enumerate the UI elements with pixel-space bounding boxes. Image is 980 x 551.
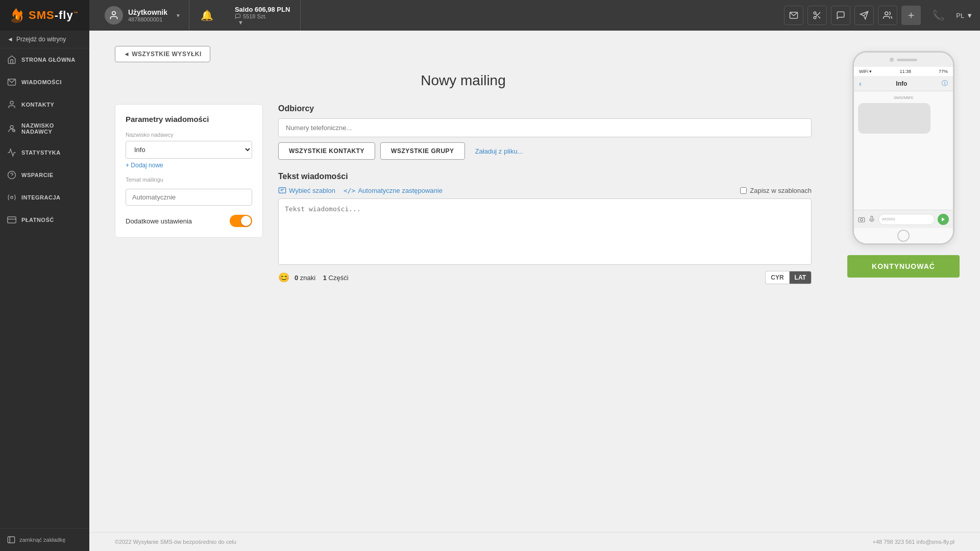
char-count: 0 znaki 1 Częśći — [295, 274, 349, 282]
sidebar-back-label: Przejdź do witryny — [16, 36, 66, 43]
phone-home-bar — [854, 228, 953, 243]
right-panel: Odbiorcy WSZYSTKIE KONTAKTY WSZYSTKIE GR… — [278, 104, 812, 284]
sidebar-item-label: STATYSTYKA — [21, 149, 61, 156]
balance-amount: Saldo 606,98 PLN — [235, 6, 290, 13]
footer-copyright: ©2022 Wysyłanie SMS-ów bezpośrednio do c… — [115, 539, 236, 545]
svg-line-17 — [818, 16, 820, 18]
preview-column: WiFi ▾ 11:38 77% ‹ Info ⓘ SMS/MMS — [837, 31, 980, 532]
topbar-actions: 📞 PL ▼ — [784, 6, 973, 25]
contacts-icon — [7, 100, 16, 109]
sidebar-close-tab[interactable]: zamknąć zakładkę — [0, 528, 89, 551]
arrow-left-icon: ◄ — [7, 36, 13, 43]
phone-send-btn — [938, 214, 949, 225]
sidebar-item-stats[interactable]: STATYSTYKA — [0, 141, 89, 164]
phone-contact-name: Info — [896, 80, 907, 87]
group-icon-btn[interactable] — [878, 6, 897, 25]
all-sends-button[interactable]: ◄ WSZYSTKIE WYSYŁKI — [115, 46, 210, 62]
params-title: Parametry wiadomości — [126, 115, 252, 123]
recipients-btn-row: WSZYSTKIE KONTAKTY WSZYSTKIE GRUPY Załad… — [278, 142, 812, 160]
payment-icon — [7, 215, 16, 224]
imsms-label: iMSMS — [882, 217, 895, 221]
svg-point-28 — [861, 218, 863, 221]
message-title: Tekst wiadomości — [278, 172, 812, 181]
subject-label: Temat mailingu — [126, 177, 252, 183]
scissors-icon-btn[interactable] — [807, 6, 827, 25]
subject-input[interactable] — [126, 189, 252, 206]
stats-icon — [7, 148, 16, 157]
load-file-link[interactable]: Załaduj z pliku... — [475, 147, 523, 155]
send-icon-btn[interactable] — [854, 6, 874, 25]
sidebar-item-label: PŁATNOŚĆ — [21, 217, 54, 223]
cyr-lat-switcher: CYR LAT — [765, 271, 812, 284]
message-textarea[interactable] — [278, 198, 812, 265]
phone-numbers-input[interactable] — [278, 118, 812, 137]
sms-count: 5518 Szt. — [235, 13, 290, 19]
balance-dropdown-icon[interactable]: ▼ — [238, 19, 290, 26]
svg-point-12 — [112, 12, 116, 15]
user-section[interactable]: Użytkownik 48788000001 ▼ — [96, 0, 189, 31]
notification-bell-icon[interactable]: 🔔 — [194, 9, 219, 21]
user-dropdown-icon[interactable]: ▼ — [176, 13, 181, 18]
all-groups-button[interactable]: WSZYSTKIE GRUPY — [380, 142, 465, 160]
add-icon-btn[interactable] — [901, 6, 921, 25]
phone-status-time: 11:38 — [899, 69, 911, 74]
save-template-checkbox[interactable] — [740, 187, 747, 194]
svg-point-2 — [10, 101, 13, 104]
svg-marker-29 — [942, 217, 945, 221]
continue-button[interactable]: KONTYNUOWAĆ — [847, 255, 960, 278]
topbar: Użytkownik 48788000001 ▼ 🔔 Saldo 606,98 … — [89, 0, 980, 31]
sender-icon — [7, 124, 16, 133]
phone-msg-bubble — [858, 103, 930, 134]
form-grid: Parametry wiadomości Nazwisko nadawcy In… — [115, 104, 812, 284]
send-arrow-icon — [941, 217, 946, 222]
user-info: Użytkownik 48788000001 — [128, 8, 167, 22]
sidebar-item-label: KONTAKTY — [21, 102, 54, 108]
sidebar-item-contacts[interactable]: KONTAKTY — [0, 93, 89, 116]
content-column: ◄ WSZYSTKIE WYSYŁKI Nowy mailing Paramet… — [89, 31, 837, 532]
sidebar-item-label: WIADOMOŚCI — [21, 79, 62, 85]
phone-home-circle — [897, 230, 910, 242]
lat-button[interactable]: LAT — [789, 271, 812, 284]
sidebar-item-support[interactable]: WSPARCIE — [0, 164, 89, 186]
sender-select[interactable]: Info Option1 Option2 — [126, 141, 252, 159]
email-icon-btn[interactable] — [784, 6, 803, 25]
additional-label: Dodatkowe ustawienia — [126, 217, 192, 225]
add-new-link[interactable]: + Dodaj nowe — [126, 162, 163, 169]
main-content-wrapper: ◄ WSZYSTKIE WYSYŁKI Nowy mailing Paramet… — [89, 31, 980, 532]
sidebar-item-label: STRONA GŁÓWNA — [21, 57, 76, 63]
user-phone: 48788000001 — [128, 16, 167, 22]
phone-icon[interactable]: 📞 — [925, 9, 952, 21]
sidebar-item-messages[interactable]: WIADOMOŚCI — [0, 71, 89, 93]
emoji-icon[interactable]: 😊 — [278, 272, 289, 283]
auto-replace-button[interactable]: </> Automatyczne zastępowanie — [344, 187, 443, 194]
sidebar-item-payment[interactable]: PŁATNOŚĆ — [0, 209, 89, 231]
phone-input-stub: iMSMS — [878, 214, 935, 225]
camera-icon — [858, 216, 865, 223]
phone-top-bar — [854, 53, 953, 67]
save-template-label: Zapisz w szablonach — [750, 187, 812, 194]
phone-speaker — [897, 59, 917, 61]
sidebar-item-sender[interactable]: NAZWISKO NADAWCY — [0, 116, 89, 141]
page-title: Nowy mailing — [115, 72, 812, 89]
sidebar-item-home[interactable]: STRONA GŁÓWNA — [0, 48, 89, 71]
params-panel: Parametry wiadomości Nazwisko nadawcy In… — [115, 104, 263, 238]
balance-section: Saldo 606,98 PLN 5518 Szt. ▼ — [225, 0, 301, 31]
sender-label: Nazwisko nadawcy — [126, 132, 252, 138]
sidebar-back-btn[interactable]: ◄ Przejdź do witryny — [0, 31, 89, 48]
user-name: Użytkownik — [128, 8, 167, 16]
svg-point-3 — [10, 126, 13, 129]
cyr-button[interactable]: CYR — [765, 271, 789, 284]
language-selector[interactable]: PL ▼ — [956, 12, 973, 19]
additional-toggle[interactable] — [230, 215, 252, 227]
choose-template-button[interactable]: Wybieć szablon — [278, 186, 335, 194]
message-toolbar: Wybieć szablon </> Automatyczne zastępow… — [278, 186, 812, 194]
chat-icon-btn[interactable] — [831, 6, 850, 25]
message-icon — [7, 78, 16, 87]
sidebar-close-label: zamknąć zakładkę — [19, 537, 66, 543]
phone-status-bar: WiFi ▾ 11:38 77% — [854, 67, 953, 76]
sidebar-item-integration[interactable]: INTEGRACJA — [0, 186, 89, 209]
all-contacts-button[interactable]: WSZYSTKIE KONTAKTY — [278, 142, 375, 160]
support-icon — [7, 170, 16, 180]
svg-rect-8 — [8, 217, 16, 223]
sidebar-item-label: NAZWISKO NADAWCY — [21, 122, 82, 135]
